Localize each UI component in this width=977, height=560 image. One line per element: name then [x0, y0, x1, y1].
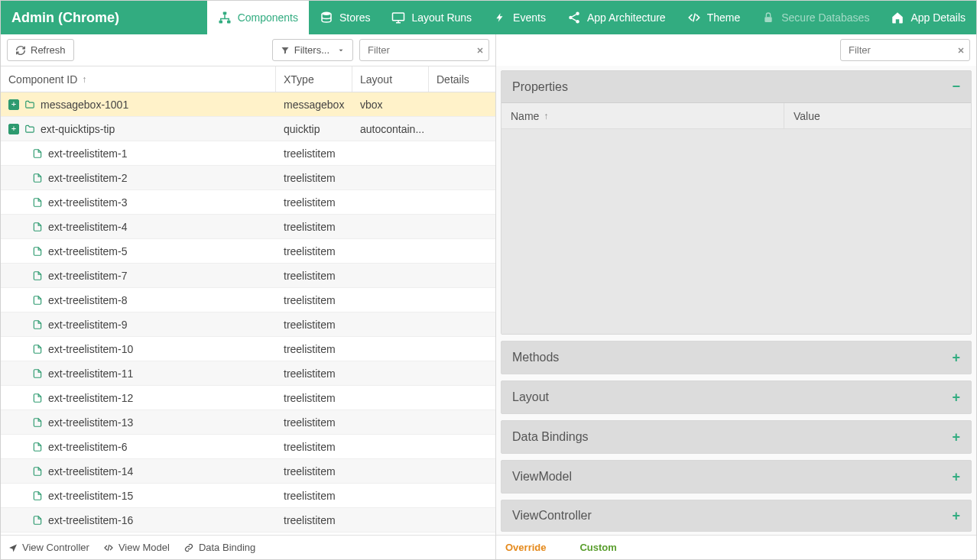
cell-component-id: ext-treelistitem-11: [1, 361, 276, 385]
table-row[interactable]: ext-treelistitem-10treelistitem: [1, 337, 495, 361]
col-layout[interactable]: Layout: [352, 66, 429, 92]
svg-rect-4: [393, 13, 404, 21]
properties-panel: Properties − Name ↑ Value: [501, 70, 972, 335]
refresh-button[interactable]: Refresh: [7, 39, 74, 61]
viewcontroller-panel-header[interactable]: ViewController +: [501, 500, 971, 531]
svg-rect-0: [222, 12, 226, 15]
col-details[interactable]: Details: [429, 66, 495, 92]
cell-details: [429, 166, 495, 189]
table-row[interactable]: ext-treelistitem-15treelistitem: [1, 484, 495, 508]
folder-icon: [24, 99, 36, 111]
component-id-text: ext-treelistitem-9: [48, 319, 127, 331]
grid-header: Component ID ↑ XType Layout Details: [1, 66, 495, 92]
file-icon: [31, 294, 44, 306]
table-row[interactable]: ext-treelistitem-9treelistitem: [1, 312, 495, 337]
filters-label: Filters...: [294, 44, 329, 56]
left-filter-input[interactable]: [359, 39, 489, 61]
view-controller-button[interactable]: View Controller: [8, 542, 89, 553]
cell-xtype: treelistitem: [276, 459, 352, 483]
cell-xtype: treelistitem: [276, 215, 352, 238]
cell-details: [429, 288, 495, 312]
prop-col-value-label: Value: [794, 110, 820, 122]
expand-icon[interactable]: +: [8, 124, 19, 134]
cell-component-id: ext-treelistitem-12: [1, 386, 276, 409]
tab-label: App Architecture: [587, 11, 666, 24]
svg-rect-2: [227, 21, 231, 24]
tab-events[interactable]: Events: [482, 1, 557, 34]
clear-icon[interactable]: [476, 46, 485, 55]
cell-layout: [352, 459, 429, 483]
view-model-button[interactable]: View Model: [103, 542, 170, 553]
table-row[interactable]: ext-treelistitem-16treelistitem: [1, 508, 495, 532]
table-row[interactable]: ext-treelistitem-4treelistitem: [1, 215, 495, 239]
svg-rect-8: [765, 17, 772, 22]
table-row[interactable]: ext-treelistitem-2treelistitem: [1, 166, 495, 190]
grid-body[interactable]: +messagebox-1001messageboxvbox+ext-quick…: [1, 92, 495, 535]
tab-label: Components: [238, 11, 298, 24]
tab-layoutruns[interactable]: Layout Runs: [381, 1, 482, 34]
table-row[interactable]: ext-treelistitem-5treelistitem: [1, 239, 495, 264]
component-id-text: ext-treelistitem-10: [48, 343, 133, 355]
table-row[interactable]: ext-treelistitem-13treelistitem: [1, 410, 495, 435]
clear-icon[interactable]: [956, 46, 966, 55]
viewcontroller-title: ViewController: [512, 509, 592, 523]
databindings-panel-header[interactable]: Data Bindings +: [501, 421, 971, 453]
properties-empty-body: [501, 129, 971, 334]
expand-icon: +: [952, 508, 960, 524]
expand-icon: +: [952, 429, 960, 445]
tab-apparch[interactable]: App Architecture: [557, 1, 677, 34]
expand-placeholder: [16, 222, 27, 232]
monitor-icon: [391, 11, 405, 24]
left-footer: View Controller View Model Data Binding: [1, 535, 495, 559]
table-row[interactable]: ext-treelistitem-3treelistitem: [1, 190, 495, 215]
component-id-text: ext-treelistitem-3: [48, 196, 127, 209]
expand-placeholder: [16, 515, 27, 526]
table-row[interactable]: ext-treelistitem-6treelistitem: [1, 435, 495, 459]
col-component-id[interactable]: Component ID ↑: [1, 66, 276, 92]
expand-placeholder: [16, 368, 27, 379]
cell-component-id: ext-treelistitem-3: [1, 190, 276, 214]
table-row[interactable]: ext-treelistitem-11treelistitem: [1, 361, 495, 386]
table-row[interactable]: +ext-quicktips-tipquicktipautocontain...: [1, 117, 495, 141]
cell-details: [429, 92, 495, 116]
tab-securedb: Secure Databases: [751, 1, 880, 34]
prop-col-value[interactable]: Value: [784, 103, 971, 128]
properties-panel-header[interactable]: Properties −: [501, 71, 971, 103]
refresh-icon: [15, 45, 26, 56]
tab-stores[interactable]: Stores: [309, 1, 381, 34]
cell-component-id: ext-treelistitem-1: [1, 141, 276, 165]
col-xtype[interactable]: XType: [276, 66, 352, 92]
expand-icon: +: [952, 390, 960, 406]
right-filter-input[interactable]: [840, 39, 970, 61]
filters-button[interactable]: Filters...: [272, 39, 353, 61]
tab-theme[interactable]: Theme: [677, 1, 751, 34]
methods-panel-header[interactable]: Methods +: [501, 342, 971, 374]
cell-layout: [352, 141, 429, 165]
file-icon: [31, 490, 44, 502]
tab-appdetails[interactable]: App Details: [880, 1, 976, 34]
cell-details: [429, 117, 495, 141]
expand-icon[interactable]: +: [8, 99, 19, 110]
layout-panel-header[interactable]: Layout +: [501, 381, 971, 413]
cell-component-id: ext-treelistitem-10: [1, 337, 276, 361]
left-pane: Refresh Filters...: [1, 34, 496, 559]
file-icon: [31, 441, 44, 453]
expand-placeholder: [16, 466, 27, 477]
table-row[interactable]: ext-treelistitem-12treelistitem: [1, 386, 495, 410]
svg-rect-1: [219, 21, 222, 24]
table-row[interactable]: +messagebox-1001messageboxvbox: [1, 92, 495, 117]
left-filter-wrap: [359, 39, 489, 61]
table-row[interactable]: ext-treelistitem-7treelistitem: [1, 264, 495, 288]
file-icon: [31, 416, 44, 429]
cell-details: [429, 508, 495, 532]
prop-col-name[interactable]: Name ↑: [501, 103, 784, 128]
properties-columns: Name ↑ Value: [501, 103, 971, 129]
table-row[interactable]: ext-treelistitem-14treelistitem: [1, 459, 495, 484]
table-row[interactable]: ext-treelistitem-8treelistitem: [1, 288, 495, 312]
table-row[interactable]: ext-treelistitem-1treelistitem: [1, 141, 495, 166]
cell-xtype: treelistitem: [276, 141, 352, 165]
cell-component-id: ext-treelistitem-6: [1, 435, 276, 458]
data-binding-button[interactable]: Data Binding: [183, 542, 255, 553]
tab-components[interactable]: Components: [207, 1, 309, 34]
viewmodel-panel-header[interactable]: ViewModel +: [501, 461, 971, 493]
